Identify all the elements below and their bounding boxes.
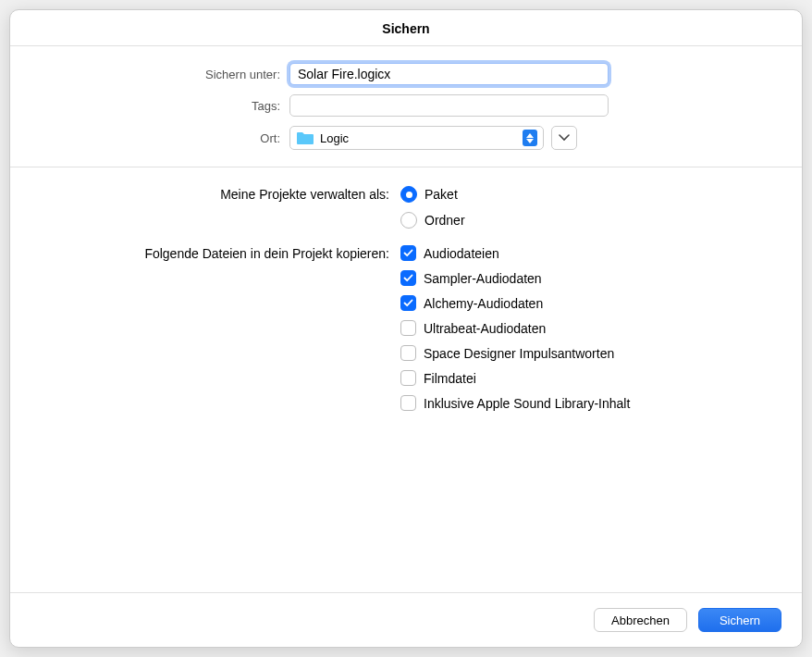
checkbox-label-1: Sampler-Audiodaten (424, 271, 542, 286)
checkbox-label-4: Space Designer Impulsantworten (424, 346, 614, 361)
save-button[interactable]: Sichern (698, 608, 781, 632)
checkbox-option-1[interactable]: Sampler-Audiodaten (400, 270, 630, 286)
checkbox-4[interactable] (400, 345, 416, 361)
check-icon (403, 273, 413, 283)
checkbox-1[interactable] (400, 270, 416, 286)
check-icon (403, 248, 413, 258)
copy-files-label: Folgende Dateien in dein Projekt kopiere… (38, 245, 400, 411)
save-dialog: Sichern Sichern unter: Tags: Ort: Logic (9, 9, 803, 648)
checkbox-option-4[interactable]: Space Designer Impulsantworten (400, 345, 630, 361)
dialog-title: Sichern (10, 10, 802, 46)
location-select[interactable]: Logic (289, 126, 544, 150)
checkbox-0[interactable] (400, 245, 416, 261)
options-section: Meine Projekte verwalten als: PaketOrdne… (10, 167, 802, 592)
checkbox-option-5[interactable]: Filmdatei (400, 370, 630, 386)
checkbox-label-2: Alchemy-Audiodaten (424, 296, 543, 311)
checkbox-3[interactable] (400, 320, 416, 336)
file-fields-section: Sichern unter: Tags: Ort: Logic (10, 46, 802, 167)
checkbox-label-5: Filmdatei (424, 371, 476, 386)
folder-icon (296, 130, 314, 145)
checkbox-option-2[interactable]: Alchemy-Audiodaten (400, 295, 630, 311)
radio-label-0: Paket (424, 187, 458, 202)
expand-location-button[interactable] (551, 126, 577, 150)
checkbox-option-3[interactable]: Ultrabeat-Audiodaten (400, 320, 630, 336)
checkbox-5[interactable] (400, 370, 416, 386)
radio-label-1: Ordner (424, 213, 465, 228)
checkbox-6[interactable] (400, 395, 416, 411)
checkbox-label-6: Inklusive Apple Sound Library-Inhalt (424, 396, 630, 411)
location-label: Ort: (38, 131, 289, 145)
save-as-label: Sichern unter: (38, 68, 289, 81)
project-type-options: PaketOrdner (400, 186, 465, 229)
select-arrows-icon (523, 130, 537, 146)
radio-option-1[interactable]: Ordner (400, 212, 465, 229)
radio-0[interactable] (400, 186, 417, 203)
dialog-footer: Abbrechen Sichern (10, 592, 802, 647)
checkbox-label-3: Ultrabeat-Audiodaten (424, 321, 546, 336)
copy-files-options: AudiodateienSampler-AudiodatenAlchemy-Au… (400, 245, 630, 411)
check-icon (403, 298, 413, 308)
save-as-input[interactable] (289, 63, 609, 85)
location-value: Logic (320, 131, 523, 145)
radio-option-0[interactable]: Paket (400, 186, 465, 203)
checkbox-2[interactable] (400, 295, 416, 311)
chevron-down-icon (559, 134, 570, 142)
checkbox-label-0: Audiodateien (424, 246, 499, 261)
checkbox-option-6[interactable]: Inklusive Apple Sound Library-Inhalt (400, 395, 630, 411)
tags-input[interactable] (289, 94, 609, 117)
checkbox-option-0[interactable]: Audiodateien (400, 245, 630, 261)
radio-1[interactable] (400, 212, 417, 229)
cancel-button[interactable]: Abbrechen (594, 608, 687, 632)
project-type-label: Meine Projekte verwalten als: (38, 186, 400, 229)
tags-label: Tags: (38, 99, 289, 113)
